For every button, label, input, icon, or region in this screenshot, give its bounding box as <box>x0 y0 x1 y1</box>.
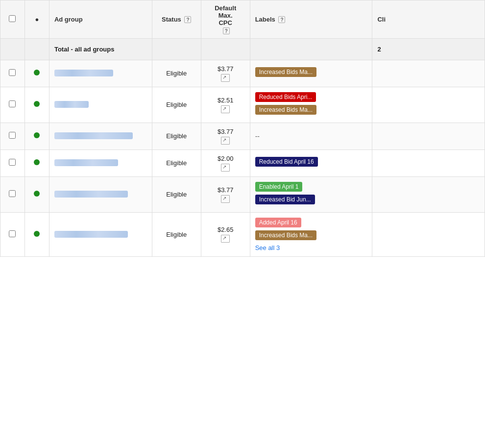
table-row: Eligible $3.77 -- <box>0 123 485 149</box>
table-row: Eligible $2.51 Reduced Bids Apri... Incr… <box>0 87 485 123</box>
row6-clicks-cell <box>372 212 485 256</box>
row3-labels-cell: -- <box>250 123 372 149</box>
row5-status-cell: Eligible <box>152 176 201 212</box>
row6-cpc-cell: $2.65 <box>201 212 250 256</box>
row2-dot-cell <box>24 87 49 123</box>
row2-adgroup-name[interactable] <box>54 101 89 108</box>
total-dot-cell <box>24 38 49 60</box>
row5-checkbox[interactable] <box>9 190 16 197</box>
header-labels: Labels ? <box>250 0 372 39</box>
row6-checkbox[interactable] <box>9 230 16 237</box>
row3-adgroup-name[interactable] <box>54 132 133 139</box>
header-clicks: Cli <box>372 0 485 39</box>
row2-label-1[interactable]: Reduced Bids Apri... <box>255 92 316 102</box>
row6-adgroup-name[interactable] <box>54 231 128 238</box>
row5-clicks-cell <box>372 176 485 212</box>
row2-checkbox[interactable] <box>9 100 16 107</box>
labels-help-icon[interactable]: ? <box>278 16 285 23</box>
row6-cpc-value: $2.65 <box>206 226 245 233</box>
row1-adgroup-name[interactable] <box>54 70 113 76</box>
row5-chart-icon[interactable] <box>221 195 230 203</box>
row4-cpc-cell: $2.00 <box>201 149 250 176</box>
row1-clicks-cell <box>372 60 485 87</box>
total-clicks-cell: 2 <box>372 38 485 60</box>
select-all-checkbox[interactable] <box>9 15 16 22</box>
row1-cpc-cell: $3.77 <box>201 60 250 87</box>
row6-status-cell: Eligible <box>152 212 201 256</box>
row3-cpc-value: $3.77 <box>206 128 245 135</box>
table-row: Eligible $2.00 Reduced Bid April 16 <box>0 149 485 176</box>
row4-labels-cell: Reduced Bid April 16 <box>250 149 372 176</box>
row1-label-1[interactable]: Increased Bids Ma... <box>255 67 316 77</box>
row3-dash: -- <box>255 132 260 140</box>
row6-dot-cell <box>24 212 49 256</box>
row4-status-dot <box>34 159 40 165</box>
row6-chart-icon[interactable] <box>221 235 230 243</box>
row3-checkbox-cell <box>0 123 25 149</box>
row3-checkbox[interactable] <box>9 132 16 139</box>
adgroup-header-label: Ad group <box>54 16 83 23</box>
row4-status-cell: Eligible <box>152 149 201 176</box>
cpc-header-label: DefaultMax.CPC <box>206 4 245 26</box>
row3-chart-icon[interactable] <box>221 137 230 145</box>
row5-status-dot <box>34 191 40 197</box>
row4-clicks-cell <box>372 149 485 176</box>
row4-checkbox-cell <box>0 149 25 176</box>
row6-label-2[interactable]: Increased Bids Ma... <box>255 230 316 240</box>
row2-chart-icon[interactable] <box>221 105 230 113</box>
row2-label-2[interactable]: Increased Bids Ma... <box>255 105 316 115</box>
see-all-link[interactable]: See all 3 <box>255 244 280 251</box>
row5-label-2[interactable]: Increased Bid Jun... <box>255 195 315 204</box>
row3-adgroup-cell <box>49 123 152 149</box>
row6-adgroup-cell <box>49 212 152 256</box>
row5-dot-cell <box>24 176 49 212</box>
row1-checkbox[interactable] <box>9 69 16 76</box>
row5-adgroup-name[interactable] <box>54 191 128 198</box>
row4-cpc-value: $2.00 <box>206 155 245 162</box>
row1-chart-icon[interactable] <box>221 74 230 82</box>
row1-status-cell: Eligible <box>152 60 201 87</box>
row5-adgroup-cell <box>49 176 152 212</box>
row4-adgroup-cell <box>49 149 152 176</box>
row5-label-1[interactable]: Enabled April 1 <box>255 182 303 192</box>
row2-cpc-value: $2.51 <box>206 97 245 104</box>
row6-status-dot <box>34 231 40 237</box>
total-adgroup-cell: Total - all ad groups <box>49 38 152 60</box>
row2-adgroup-cell <box>49 87 152 123</box>
row1-status-dot <box>34 70 40 75</box>
total-row: Total - all ad groups 2 <box>0 38 485 60</box>
row1-cpc-value: $3.77 <box>206 65 245 73</box>
total-clicks-value: 2 <box>377 46 381 53</box>
header-cpc: DefaultMax.CPC ? <box>201 0 250 39</box>
total-cpc-cell <box>201 38 250 60</box>
header-dot-col: ● <box>24 0 49 39</box>
row6-checkbox-cell <box>0 212 25 256</box>
total-labels-cell <box>250 38 372 60</box>
row1-checkbox-cell <box>0 60 25 87</box>
row2-checkbox-cell <box>0 87 25 123</box>
row1-dot-cell <box>24 60 49 87</box>
header-checkbox-col <box>0 0 25 39</box>
table-row: Eligible $2.65 Added April 16 Increased … <box>0 212 485 256</box>
row3-clicks-cell <box>372 123 485 149</box>
row4-label-1[interactable]: Reduced Bid April 16 <box>255 157 318 167</box>
row2-clicks-cell <box>372 87 485 123</box>
clicks-header-label: Cli <box>377 16 386 23</box>
row5-labels-cell: Enabled April 1 Increased Bid Jun... <box>250 176 372 212</box>
total-label: Total - all ad groups <box>54 46 115 53</box>
cpc-help-icon[interactable]: ? <box>223 27 230 34</box>
row3-cpc-cell: $3.77 <box>201 123 250 149</box>
row2-status-dot <box>34 101 40 107</box>
row6-label-1[interactable]: Added April 16 <box>255 218 301 227</box>
row2-status-cell: Eligible <box>152 87 201 123</box>
row6-labels-cell: Added April 16 Increased Bids Ma... See … <box>250 212 372 256</box>
row4-chart-icon[interactable] <box>221 164 230 172</box>
row3-status-cell: Eligible <box>152 123 201 149</box>
row4-checkbox[interactable] <box>9 159 16 166</box>
status-help-icon[interactable]: ? <box>184 16 191 23</box>
table-row: Eligible $3.77 Increased Bids Ma... <box>0 60 485 87</box>
row1-adgroup-cell <box>49 60 152 87</box>
row3-dot-cell <box>24 123 49 149</box>
dot-icon: ● <box>35 16 39 23</box>
row4-adgroup-name[interactable] <box>54 159 118 166</box>
